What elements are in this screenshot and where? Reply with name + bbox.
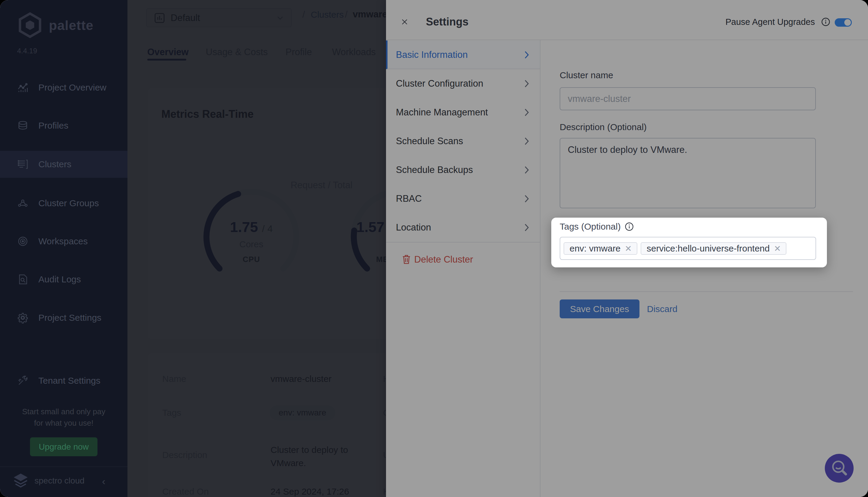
tags-label-row: Tags (Optional) [560, 222, 634, 232]
tags-input[interactable]: env: vmware✕ service:hello-universe-fron… [560, 237, 816, 260]
tags-spotlight: Tags (Optional) env: vmware✕ service:hel… [551, 218, 827, 267]
tag-chip-env-vmware: env: vmware✕ [563, 242, 638, 255]
tags-label: Tags (Optional) [560, 222, 620, 232]
remove-tag-icon[interactable]: ✕ [625, 244, 632, 254]
tags-info-icon[interactable] [625, 222, 634, 231]
tag-chip-text: service:hello-universe-frontend [647, 243, 770, 254]
tag-chip-text: env: vmware [570, 243, 620, 254]
tag-chip-service: service:hello-universe-frontend✕ [641, 242, 786, 255]
remove-tag-icon[interactable]: ✕ [774, 244, 781, 254]
app-screen: palette 4.4.19 Project Overview Profiles… [0, 0, 868, 497]
